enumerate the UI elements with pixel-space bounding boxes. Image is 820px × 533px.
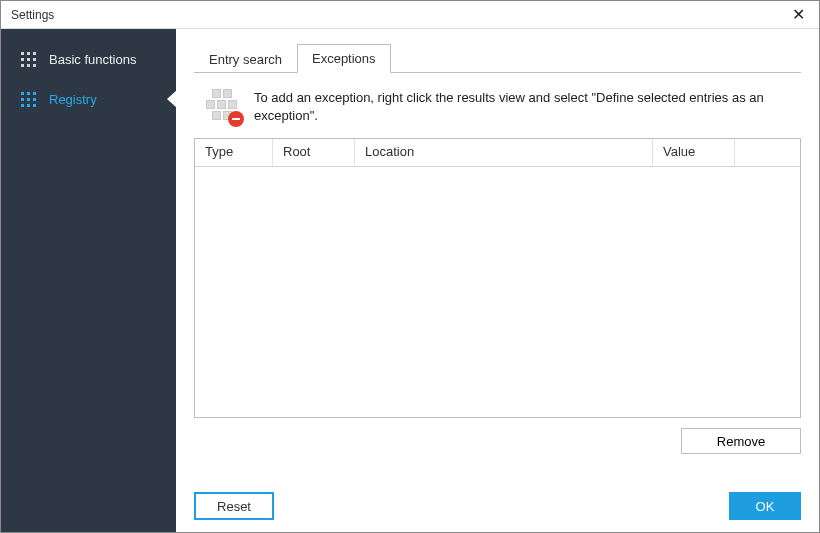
table-body[interactable] xyxy=(195,167,800,417)
tab-bar: Entry search Exceptions xyxy=(194,43,801,73)
table-header: Type Root Location Value xyxy=(195,139,800,167)
ok-button[interactable]: OK xyxy=(729,492,801,520)
exception-info-icon xyxy=(206,89,240,123)
sidebar-item-basic-functions[interactable]: Basic functions xyxy=(1,39,176,79)
minus-badge-icon xyxy=(228,111,244,127)
window-title: Settings xyxy=(11,8,54,22)
column-spacer xyxy=(735,139,800,166)
reset-button[interactable]: Reset xyxy=(194,492,274,520)
tab-exceptions[interactable]: Exceptions xyxy=(297,44,391,73)
close-icon[interactable]: ✕ xyxy=(786,5,811,24)
column-root[interactable]: Root xyxy=(273,139,355,166)
info-row: To add an exception, right click the res… xyxy=(194,73,801,138)
column-value[interactable]: Value xyxy=(653,139,735,166)
exceptions-table[interactable]: Type Root Location Value xyxy=(194,138,801,418)
sidebar-item-label: Registry xyxy=(49,92,97,107)
remove-button[interactable]: Remove xyxy=(681,428,801,454)
sidebar-item-label: Basic functions xyxy=(49,52,136,67)
column-location[interactable]: Location xyxy=(355,139,653,166)
main-panel: Entry search Exceptions To add an except… xyxy=(176,29,819,532)
below-table-row: Remove xyxy=(194,428,801,454)
tab-entry-search[interactable]: Entry search xyxy=(194,45,297,73)
titlebar: Settings ✕ xyxy=(1,1,819,29)
sidebar-item-registry[interactable]: Registry xyxy=(1,79,176,119)
grid-icon xyxy=(19,50,37,68)
column-type[interactable]: Type xyxy=(195,139,273,166)
info-text: To add an exception, right click the res… xyxy=(254,89,795,124)
sidebar: Basic functions Registry xyxy=(1,29,176,532)
content: Basic functions Registry Entry search Ex… xyxy=(1,29,819,532)
bottom-row: Reset OK xyxy=(194,492,801,520)
grid-icon xyxy=(19,90,37,108)
